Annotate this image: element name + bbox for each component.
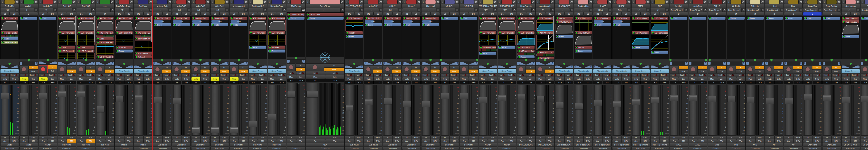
output-button[interactable]: BusPreMix xyxy=(229,143,248,146)
rta-button[interactable]: RTA xyxy=(105,139,115,143)
track-color-bar[interactable] xyxy=(272,0,282,4)
track-name-button[interactable]: VoiceRef3 xyxy=(191,4,210,8)
metering-midi-button[interactable]: M xyxy=(650,136,660,139)
track-color-bar[interactable] xyxy=(291,0,301,4)
send-level-bar[interactable]: Send xyxy=(384,20,401,23)
meter-point-button[interactable]: Post xyxy=(124,136,133,139)
stereo-balance-panner[interactable]: LR xyxy=(77,59,95,65)
hide-strip-icon[interactable] xyxy=(436,0,440,4)
trim-knob[interactable] xyxy=(379,8,382,12)
solo-lock-button[interactable]: Lock xyxy=(48,73,57,77)
send-level-bar[interactable]: Send xyxy=(230,20,247,23)
output-button[interactable]: BusPreMix xyxy=(153,143,172,146)
mute-button[interactable]: Mute xyxy=(478,77,488,81)
processor-box[interactable]: BusVoiceRefSendFader xyxy=(172,16,191,59)
hide-strip-icon[interactable] xyxy=(168,0,172,4)
gain-display[interactable]: 0.0 xyxy=(460,81,469,84)
trim-knob[interactable] xyxy=(513,8,516,12)
narrow-strip-icon[interactable]: ⊣⊢ xyxy=(689,0,692,4)
hide-strip-icon[interactable] xyxy=(703,0,707,4)
group-button[interactable]: Grp xyxy=(402,139,411,143)
mute-button[interactable]: Mute xyxy=(134,77,143,81)
meter-point-button[interactable]: Post xyxy=(10,136,19,139)
solo-isolate-button[interactable]: Iso xyxy=(96,73,105,77)
track-name-button[interactable]: BusPreMix xyxy=(0,4,19,8)
comments-button[interactable]: Comments xyxy=(746,147,764,150)
track-color-bar[interactable] xyxy=(62,0,72,4)
phase-invert-button[interactable]: Ø1 xyxy=(402,12,411,16)
input-button[interactable]: *30* xyxy=(0,8,15,12)
narrow-strip-icon[interactable]: ⊣⊢ xyxy=(803,0,807,4)
hide-strip-icon[interactable] xyxy=(799,0,803,4)
rta-button[interactable]: RTA xyxy=(698,139,707,143)
mixer-strip-Guit1-ST[interactable]: ⊣⊢ Guit1-ST - Ø1Ø2 ACE High/LowLSP Param… xyxy=(57,0,76,150)
track-name-button[interactable]: OHZ xyxy=(650,4,669,8)
mute-button[interactable]: Mute xyxy=(460,77,469,81)
processor-scrollbar[interactable] xyxy=(151,16,152,42)
peak-display[interactable]: -20.0 xyxy=(564,81,574,84)
solo-button[interactable]: Solo xyxy=(622,77,631,81)
pan-position-marker[interactable] xyxy=(430,59,432,62)
plugin-active-led[interactable] xyxy=(97,56,99,58)
peak-display[interactable]: -12.2 xyxy=(86,81,95,84)
rta-button[interactable]: RTA xyxy=(144,139,153,143)
gain-display[interactable]: -4.6 xyxy=(478,81,488,84)
meter-point-button[interactable]: Post xyxy=(29,136,38,139)
phase-invert-button[interactable]: Ø2 xyxy=(10,12,19,16)
rta-button[interactable]: RTA xyxy=(660,139,669,143)
track-color-bar[interactable] xyxy=(310,0,340,4)
track-name-button[interactable]: SnareBottom xyxy=(823,4,841,8)
trim-knob[interactable] xyxy=(111,8,114,12)
hide-strip-icon[interactable] xyxy=(149,0,152,4)
peak-display[interactable]: -15.0 xyxy=(469,81,478,84)
input-button[interactable]: DrumGizmo 10 xyxy=(861,8,868,12)
mixer-strip-Hihat[interactable]: ⊣⊢ Hihat DrumGizmo 6 Ø Fader LRInDisk Is… xyxy=(765,0,784,150)
stereo-balance-panner[interactable]: LR xyxy=(115,63,133,69)
narrow-strip-icon[interactable]: ⊣⊢ xyxy=(440,0,444,4)
fader-handle[interactable] xyxy=(842,97,850,103)
rta-button[interactable]: RTA xyxy=(832,139,841,143)
fader-handle[interactable] xyxy=(77,91,85,97)
hide-strip-icon[interactable] xyxy=(72,0,76,4)
plugin-active-led[interactable] xyxy=(652,32,654,34)
processor-plugin[interactable]: Cabs xyxy=(96,37,114,40)
fader-handle[interactable] xyxy=(766,98,774,104)
track-color-bar[interactable] xyxy=(349,0,359,4)
input-button[interactable]: DrumGizmo 5 xyxy=(746,8,761,12)
metering-midi-button[interactable]: M xyxy=(172,136,181,139)
track-color-bar[interactable] xyxy=(807,0,818,4)
pan-position-marker[interactable] xyxy=(742,59,744,62)
metering-midi-button[interactable]: M xyxy=(20,136,29,139)
meter-point-button[interactable]: Post xyxy=(622,136,631,139)
meter-point-button[interactable]: Post xyxy=(679,136,688,139)
peak-display[interactable]: -inf xyxy=(239,81,248,84)
processor-box[interactable]: LSP ParametriVerbityFader xyxy=(345,16,363,59)
solo-isolate-button[interactable]: Iso xyxy=(172,73,181,77)
solo-button[interactable]: Solo xyxy=(277,77,286,81)
output-button[interactable]: Master xyxy=(38,143,57,146)
solo-button[interactable]: Solo xyxy=(29,77,38,81)
monitor-input-button[interactable]: In xyxy=(219,65,229,69)
trim-knob[interactable] xyxy=(589,8,592,12)
monitor-disk-button[interactable]: Disk xyxy=(526,69,535,73)
solo-button[interactable]: Solo xyxy=(717,77,726,81)
mute-button[interactable]: Mute xyxy=(803,77,812,81)
show-sends-button[interactable]: Show Sends xyxy=(134,69,152,73)
solo-button[interactable]: Solo xyxy=(258,77,267,81)
processor-plugin[interactable]: BusVoiceRef xyxy=(211,17,228,20)
gain-fader[interactable] xyxy=(249,85,257,135)
comments-button[interactable]: Comments xyxy=(478,147,497,150)
meter-point-button[interactable]: Post xyxy=(660,136,669,139)
mute-button[interactable]: Mute xyxy=(191,77,200,81)
narrow-strip-icon[interactable]: ⊣⊢ xyxy=(306,0,310,4)
plugin-active-led[interactable] xyxy=(59,46,61,49)
gain-display[interactable]: -2.0 xyxy=(689,81,698,84)
plugin-active-led[interactable] xyxy=(192,24,195,26)
track-color-bar[interactable] xyxy=(81,0,91,4)
stereo-balance-panner[interactable]: LR xyxy=(498,63,516,69)
metering-midi-button[interactable]: M xyxy=(287,136,296,139)
send-level-bar[interactable]: Send xyxy=(403,20,420,23)
narrow-strip-icon[interactable]: ⊣⊢ xyxy=(670,0,673,4)
gain-fader[interactable] xyxy=(594,85,602,135)
hide-strip-icon[interactable] xyxy=(91,0,95,4)
